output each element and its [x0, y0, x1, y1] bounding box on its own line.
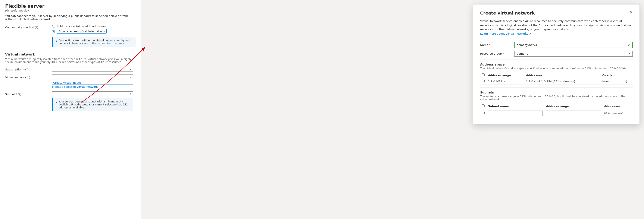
- modal-resource-group-value: demo-rg: [517, 52, 528, 55]
- subnet-address-range-cell: [544, 109, 602, 117]
- modal-description: Virtual Network service enables Azure re…: [480, 19, 633, 36]
- subnet-row-check-cell: [480, 109, 486, 117]
- radio-private-access[interactable]: Private access (VNet Integration): [52, 29, 136, 33]
- delete-cell: 🗑: [623, 78, 633, 84]
- subnet-dropdown[interactable]: ▾: [52, 91, 133, 96]
- radio-private-input[interactable]: [52, 30, 55, 33]
- manage-virtual-network-link[interactable]: Manage selected virtual network: [52, 85, 133, 88]
- modal-learn-more-text: Learn more about virtual networks: [480, 32, 528, 35]
- modal-learn-more-link[interactable]: Learn more about virtual networks ↗: [480, 32, 531, 35]
- subscription-row: Subscription * i ▾: [5, 67, 136, 71]
- subnet-controls: ▾ ℹ Your server requires a subnet with a…: [52, 91, 133, 111]
- subscription-required: *: [23, 68, 25, 71]
- subnet-name-input[interactable]: [488, 111, 543, 116]
- subscription-dropdown[interactable]: ▾: [52, 67, 133, 71]
- address-select-all[interactable]: [482, 73, 484, 76]
- virtual-network-label-text: Virtual network: [5, 76, 26, 79]
- page-description: You can connect to your server by specif…: [5, 14, 136, 21]
- info-box-icon: ℹ: [56, 39, 57, 43]
- subnet-required: *: [16, 93, 17, 96]
- page-title: Flexible server | ...: [5, 3, 136, 9]
- connectivity-info-box: ℹ Connections from within the virtual ne…: [52, 37, 136, 47]
- subnet-row-checkbox[interactable]: [482, 112, 484, 114]
- modal-title: Create virtual network: [480, 10, 534, 15]
- subnets-title: Subnets: [480, 91, 633, 94]
- address-range-header: Address range: [486, 72, 524, 78]
- modal-learn-more-icon: ↗: [529, 33, 531, 35]
- modal-name-required: *: [489, 43, 490, 46]
- address-space-title: Address space: [480, 63, 633, 66]
- subnet-row: Subnet * i ▾ ℹ Your server requires a su…: [5, 91, 136, 111]
- virtual-network-label: Virtual network i: [5, 74, 52, 79]
- modal-name-label: Name *: [480, 43, 514, 46]
- modal-description-text: Virtual Network service enables Azure re…: [480, 19, 632, 31]
- subnet-addresses-count: (0 Addresses): [604, 112, 623, 115]
- modal-close-button[interactable]: ✕: [630, 10, 633, 14]
- subnet-info-box: ℹ Your server requires a subnet with a m…: [52, 98, 133, 111]
- address-table: Address range Addresses Overlap 1.1.0.0/…: [480, 72, 633, 84]
- subnet-info-text: Your server requires a subnet with a min…: [58, 100, 130, 109]
- virtual-network-row: Virtual network i ▾ Create virtual netwo…: [5, 74, 136, 88]
- radio-public-access[interactable]: Public access (allowed IP addresses): [52, 24, 136, 28]
- radio-public-label: Public access (allowed IP addresses): [57, 24, 108, 28]
- modal-divider-1: [480, 39, 633, 39]
- subscription-info-icon[interactable]: i: [26, 68, 28, 71]
- modal-resource-group-label: Resource group *: [480, 52, 514, 55]
- modal-name-value: demorgvnet741: [517, 43, 539, 46]
- subnet-name-cell: [486, 109, 544, 117]
- virtual-network-dropdown[interactable]: ▾: [52, 74, 133, 79]
- subnet-info-icon-img: ℹ: [56, 100, 57, 104]
- connectivity-label: Connectivity method i: [5, 24, 52, 29]
- virtual-network-info-icon[interactable]: i: [27, 76, 30, 79]
- address-row-checkbox[interactable]: [482, 80, 484, 82]
- connectivity-label-text: Connectivity method: [5, 26, 34, 29]
- subnet-label-text: Subnet: [5, 93, 15, 96]
- subnets-table: Subnet name Address range Addresses (0 A…: [480, 103, 633, 117]
- virtual-network-controls: ▾ Create virtual network Manage selected…: [52, 74, 133, 88]
- create-virtual-network-link[interactable]: Create virtual network: [52, 81, 133, 85]
- address-row-check-cell: [480, 78, 486, 84]
- page-title-text: Flexible server: [5, 3, 44, 9]
- subnet-row: (0 Addresses): [480, 109, 633, 117]
- modal-divider-3: [480, 87, 633, 88]
- subnet-name-header: Subnet name: [486, 103, 544, 109]
- subnet-addresses-cell: (0 Addresses): [602, 109, 633, 117]
- modal-rg-required: *: [502, 52, 504, 55]
- external-link-icon: ↗: [122, 42, 124, 45]
- modal-resource-group-label-text: Resource group: [480, 52, 502, 55]
- modal-name-input[interactable]: demorgvnet741 ✓: [514, 42, 633, 48]
- subscription-label: Subscription * i: [5, 67, 52, 71]
- modal-resource-group-row: Resource group * demo-rg ▾: [480, 51, 633, 57]
- modal-divider-2: [480, 59, 633, 60]
- connectivity-learn-more-link[interactable]: Learn more: [107, 42, 122, 45]
- action-header: [623, 72, 633, 78]
- address-space-desc: The virtual network's address space spec…: [480, 67, 633, 70]
- address-range-valid-icon: ✓: [504, 80, 506, 83]
- vnet-links: Create virtual network Manage selected v…: [52, 81, 133, 88]
- subscription-chevron: ▾: [130, 68, 131, 70]
- connectivity-info-icon[interactable]: i: [35, 26, 38, 29]
- main-content: Flexible server | ... Microsoft - previe…: [0, 0, 141, 219]
- addresses-header: Addresses: [524, 72, 601, 78]
- delete-row-icon[interactable]: 🗑: [625, 80, 628, 83]
- addresses-cell: 1.1.0.4 - 1.1.0.254 (251 addresses): [524, 78, 601, 84]
- connectivity-method-row: Connectivity method i Public access (all…: [5, 24, 136, 47]
- radio-public-input[interactable]: [52, 25, 55, 28]
- subnets-desc: The subnet's address range in CIDR notat…: [480, 95, 633, 101]
- connectivity-info-text: Connections from within the virtual netw…: [58, 39, 133, 45]
- modal-name-valid-icon: ✓: [628, 43, 630, 46]
- modal-resource-group-dropdown[interactable]: demo-rg ▾: [514, 51, 633, 57]
- radio-private-label: Private access (VNet Integration): [59, 30, 105, 33]
- subnet-address-range-header: Address range: [544, 103, 602, 109]
- subnet-select-all[interactable]: [482, 104, 484, 107]
- modal-header: Create virtual network ✕: [480, 10, 633, 15]
- subnet-address-range-input[interactable]: [546, 111, 601, 116]
- vnet-section-desc: Virtual networks are logically isolated …: [5, 58, 136, 64]
- subnet-table-check-header: [480, 103, 486, 109]
- overlap-cell: None: [601, 78, 624, 84]
- subnet-addresses-header: Addresses: [602, 103, 633, 109]
- subnet-info-icon[interactable]: i: [18, 93, 21, 96]
- modal-rg-chevron: ▾: [629, 52, 630, 55]
- address-row: 1.1.0.0/24 ✓ 1.1.0.4 - 1.1.0.254 (251 ad…: [480, 78, 633, 84]
- title-more: ...: [49, 4, 53, 8]
